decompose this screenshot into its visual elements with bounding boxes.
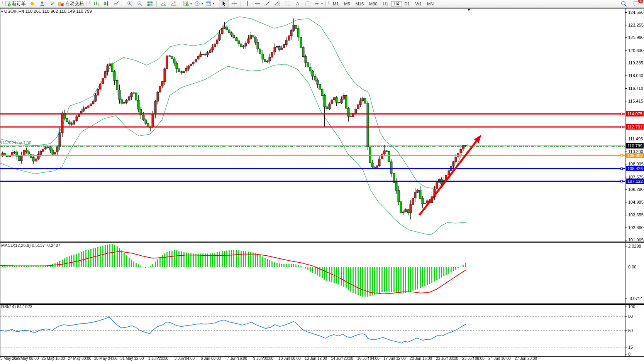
price-axis-tick: 118.040 [628,73,643,78]
periods-button[interactable]: ▾ [193,0,204,8]
toolbar-separator [156,1,157,7]
macd-axis-tick: 0.00 [628,265,636,269]
signals-icon [49,1,55,7]
zoom-in-icon [127,1,133,7]
price-axis-tick: 104.985 [628,200,644,204]
macd-axis-tick: 2.0298 [628,244,641,248]
timeframe-H1[interactable]: H1 [380,1,391,7]
time-axis-label: 20 Jun 16:00 [410,356,432,361]
indicators-button[interactable]: ▾ [182,0,193,8]
chevron-down-icon: ▾ [321,2,323,5]
tile-windows-icon [147,1,153,7]
metaeditor-button[interactable] [27,0,37,8]
timeframe-bar: M1M5M15M30H1H4D1W1MN [330,0,436,7]
timeframe-M30[interactable]: M30 [366,1,380,7]
time-axis-label: 27 Jun 20:00 [515,356,537,361]
rsi-axis-tick: 0 [628,352,630,356]
fibonacci-icon: F [285,1,291,7]
toolbar-separator [241,1,241,7]
price-chart-canvas[interactable] [0,8,644,361]
vertical-line-icon [245,1,251,7]
horizontal-line-button[interactable] [253,0,263,8]
rsi-axis-tick: 100 [628,304,635,309]
chart-shift-marker[interactable]: ▼ [467,8,471,12]
search-button[interactable] [619,0,629,8]
timeframe-MN[interactable]: MN [424,1,436,7]
price-axis-tick: 119.335 [628,61,643,65]
price-axis-tick: 121.960 [628,35,644,40]
one-click-trading-toggle[interactable]: ▾ [1,10,3,13]
time-axis-label: 30 May 04:00 [94,356,118,361]
time-axis-label: 16 Jun 04:00 [357,356,380,361]
chart-shift-button[interactable] [168,0,178,8]
toolbar-grip [2,1,3,7]
templates-icon [205,1,211,7]
time-axis-label: 1 Jun 20:00 [148,356,168,361]
zoom-in-button[interactable] [125,0,135,8]
crosshair-button[interactable] [229,0,239,8]
auto-scroll-button[interactable] [158,0,168,8]
main-toolbar: 新订单 自动交易 [0,0,644,8]
toolbar-grip [328,1,329,7]
candlestick-button[interactable] [101,0,111,8]
bar-chart-button[interactable] [91,0,101,8]
price-line-label: 114.075 [626,111,644,116]
timeframe-H4[interactable]: H4 [391,1,402,7]
text-button[interactable]: A [293,0,303,8]
arrows-button[interactable]: ▾ [313,0,324,8]
fibonacci-button[interactable]: F [283,0,293,8]
vertical-line-button[interactable] [242,0,253,8]
chart-shift-icon [171,1,176,7]
tile-windows-button[interactable] [145,0,155,8]
auto-scroll-icon [161,1,166,7]
macd-indicator-label: MACD(12,26,9) 0.5137 -0.2487 [1,243,60,248]
autotrade-button[interactable]: 自动交易 [57,0,85,8]
rsi-axis-tick: 50 [628,328,633,333]
macd-axis-tick: -3.0714 [628,296,642,301]
svg-text:E: E [278,4,280,7]
line-chart-button[interactable] [111,0,121,8]
svg-text:T: T [307,2,309,6]
autotrade-icon [58,1,64,7]
bid-price-label: 110.799 [626,143,644,148]
time-axis-label: 9 Jun 00:00 [253,356,273,361]
timeframe-M15[interactable]: M15 [353,1,366,7]
toolbar-separator [217,1,217,7]
time-axis-label: 13 Jun 12:00 [305,356,327,361]
timeframe-D1[interactable]: D1 [402,1,413,7]
chevron-down-icon: ▾ [213,2,214,5]
zoom-out-button[interactable] [135,0,145,8]
open-position-label: #614792 buy 1.00 [0,140,31,145]
chart-ohlc: 110.261 110.962 110.149 110.799 [25,9,92,13]
toolbar-right: 1 [619,0,643,8]
price-axis-tick: 102.360 [628,225,644,230]
timeframe-M1[interactable]: M1 [330,1,341,7]
arrows-icon [314,1,320,7]
time-axis-label: 10 Jun 08:00 [278,356,301,361]
price-axis-tick: 111.495 [628,137,643,141]
bar-chart-icon [93,1,99,7]
trendline-button[interactable] [263,0,273,8]
community-button[interactable] [37,0,47,8]
trendline-icon [265,1,271,7]
new-order-label: 新订单 [12,0,26,7]
timeframe-M5[interactable]: M5 [341,1,353,7]
text-label-button[interactable]: T [303,0,313,8]
price-line-label: 107.122 [626,179,644,184]
chat-button[interactable]: 1 [631,0,641,8]
templates-button[interactable]: ▾ [204,0,215,8]
text-icon: A [296,1,299,7]
channel-button[interactable]: E [273,0,283,8]
chevron-down-icon: ▾ [202,2,203,5]
time-axis-label: 14 Jun 20:00 [331,356,353,361]
new-order-button[interactable]: 新订单 [4,0,27,8]
time-axis-label: 6 Jun 08:00 [201,356,221,361]
candlestick-icon [103,1,109,7]
timeframe-W1[interactable]: W1 [413,1,425,7]
price-line-label: 112.731 [626,124,644,130]
cursor-button[interactable] [219,0,229,8]
signals-button[interactable] [47,0,57,8]
price-axis-tick: 124.550 [628,10,644,15]
time-axis-label: 23 Jun 08:00 [462,356,485,361]
time-axis-label: 27 May 00:00 [68,356,92,361]
